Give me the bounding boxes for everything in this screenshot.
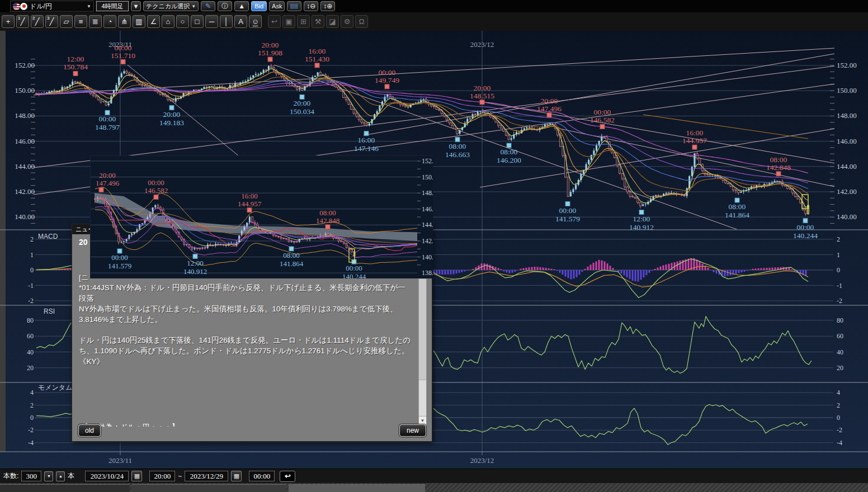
refresh-button[interactable]: ↩ [280, 471, 295, 482]
old-news-button[interactable]: old [78, 424, 101, 437]
tool-vertical-line[interactable]: │ [220, 15, 233, 28]
swing-low-price-label: 147.146 [354, 144, 379, 153]
new-news-button[interactable]: new [399, 424, 426, 437]
mini-high-price-label: 142.848 [316, 216, 339, 225]
info-button[interactable]: ⓘ [218, 1, 232, 11]
tool-circle[interactable]: ○ [176, 15, 189, 28]
momentum-axis-label: -2 [837, 426, 842, 434]
to-time-input[interactable]: 00:00 [249, 471, 275, 481]
swing-low-marker [105, 110, 110, 115]
tool-magnet-icon: Ω [359, 17, 365, 26]
taskbar-tab-1[interactable] [0, 484, 130, 492]
tool-time-lines[interactable]: ▥ [133, 15, 145, 28]
price-axis-label: 152.00 [15, 61, 35, 69]
momentum-axis-label: 2 [30, 401, 34, 409]
timeframe-display[interactable]: 4時間足 [96, 1, 129, 11]
swing-high-time-label: 08:00 [770, 155, 787, 164]
tool-trendline-2[interactable]: ╱2 [31, 15, 44, 28]
macd-axis-label: 0 [837, 266, 840, 274]
bar-count-input[interactable]: 300 [21, 471, 41, 481]
momentum-axis-label: 2 [837, 401, 840, 409]
tool-trendline-3[interactable]: ╱3 [45, 15, 58, 28]
mini-chart-window[interactable]: 20:00147.49600:00146.58216:00144.95708:0… [90, 155, 433, 278]
from-date-calendar-button[interactable]: ▦ [131, 471, 142, 481]
tool-trendline-3-icon: ╱ [50, 17, 54, 26]
news-paragraph: 《KY》 [79, 356, 413, 367]
tool-trendline-1-icon: ╱ [21, 17, 25, 26]
swing-low-marker [169, 106, 174, 110]
tool-text[interactable]: A [234, 15, 247, 28]
ask-button[interactable]: Ask [269, 1, 285, 11]
zoom-in-button[interactable]: ↕⊕ [320, 1, 335, 11]
macd-axis-label: -1 [837, 282, 842, 290]
swing-high-marker [547, 113, 551, 117]
taskbar-tab-3[interactable] [289, 484, 425, 492]
swing-high-time-label: 00:00 [115, 44, 132, 52]
drawing-toolbar: +╱1╱2╱3▱≡≣◔⋔▥∠⌂○□─│A☺icon↩▣⊞⚒◪⚙Ω [0, 12, 868, 31]
tool-fib-retracement-icon: ≡ [79, 17, 83, 26]
swing-high-price-label: 147.496 [537, 105, 562, 113]
bid-button[interactable]: Bid [251, 1, 267, 11]
tool-horizontal-line[interactable]: ─ [205, 15, 218, 28]
momentum-axis-label: -2 [28, 426, 34, 434]
tool-settings: ⚙ [341, 15, 353, 28]
swing-high-marker [776, 172, 781, 176]
currency-pair-select[interactable]: ドル/円▼ [10, 1, 94, 12]
draw-pencil-button[interactable]: ✎ [201, 1, 215, 11]
news-scrollbar[interactable]: ▼ [418, 278, 427, 425]
rsi-axis-label: 20 [27, 364, 34, 372]
price-axis-label: 150.00 [15, 86, 35, 94]
price-axis-label: 146.00 [15, 137, 35, 145]
candle-chart-button[interactable]: |||| [287, 1, 301, 11]
tool-crosshair-icon: + [6, 17, 11, 26]
tool-ruler[interactable]: ▱ [60, 15, 73, 28]
tool-trendline-2-icon: ╱ [35, 17, 40, 26]
mini-high-time-label: 16:00 [241, 192, 258, 200]
count-increase-button[interactable]: ▲ [56, 471, 65, 481]
swing-high-price-label: 151.430 [305, 55, 329, 63]
tool-vertical-line-icon: │ [224, 17, 228, 26]
tool-angle-line[interactable]: ∠ [147, 15, 160, 28]
from-time-input[interactable]: 20:00 [149, 471, 175, 481]
swing-high-time-label: 16:00 [309, 47, 326, 55]
tool-gann-fan-icon: ◔ [108, 17, 112, 26]
tool-fan-lines[interactable]: ⋔ [118, 15, 131, 28]
from-date-input[interactable]: 2023/10/24 [85, 471, 129, 481]
tool-crosshair[interactable]: + [2, 15, 15, 28]
mini-chart-canvas[interactable]: 20:00147.49600:00146.58216:00144.95708:0… [91, 156, 433, 278]
swing-high-price-label: 144.957 [682, 136, 707, 145]
zoom-out-button[interactable]: ↕⊖ [304, 1, 318, 11]
to-date-input[interactable]: 2023/12/29 [185, 471, 228, 481]
scroll-down-button[interactable]: ▼ [419, 416, 426, 425]
taskbar[interactable] [0, 483, 868, 492]
timeframe-caret-button[interactable]: ▼ [131, 1, 141, 11]
tool-text-label: icon [249, 25, 261, 27]
tool-icon-stamp[interactable]: ☺icon [249, 15, 262, 28]
tool-angle-line-icon: ∠ [150, 17, 157, 26]
tool-history-icon: ↩ [271, 17, 277, 26]
mini-price-axis-label: 138. [422, 269, 433, 277]
to-date-calendar-button[interactable]: ▦ [231, 471, 242, 481]
bar-count-label: 本数: [3, 471, 18, 481]
mini-low-price-label: 140.244 [342, 272, 366, 278]
scrollbar-thumb[interactable] [419, 279, 426, 380]
tool-eraser: ◪ [326, 15, 339, 28]
swing-low-marker [735, 198, 739, 202]
mini-high-price-label: 147.496 [96, 179, 120, 187]
macd-axis-label: 1 [30, 251, 34, 259]
tool-fib-retracement[interactable]: ≡ [74, 15, 87, 28]
count-decrease-button[interactable]: ▼ [44, 471, 53, 481]
tool-trendline-1[interactable]: ╱1 [16, 15, 29, 28]
taskbar-tab-2[interactable] [132, 484, 286, 492]
technical-select-button[interactable]: テクニカル選択▼ [143, 1, 199, 11]
tool-rectangle[interactable]: □ [191, 15, 204, 28]
momentum-axis-label: 0 [30, 414, 34, 422]
tool-pentagon-icon: ⌂ [166, 17, 171, 26]
tool-gann-fan[interactable]: ◔ [103, 15, 116, 28]
tool-pentagon[interactable]: ⌂ [162, 15, 174, 28]
mini-price-axis-label: 150. [422, 173, 433, 181]
area-chart-button[interactable]: ▲ [234, 1, 249, 11]
tool-pan: ⊞ [297, 15, 310, 28]
tool-fib-expansion[interactable]: ≣ [89, 15, 102, 28]
mini-price-axis-label: 146. [422, 205, 433, 213]
